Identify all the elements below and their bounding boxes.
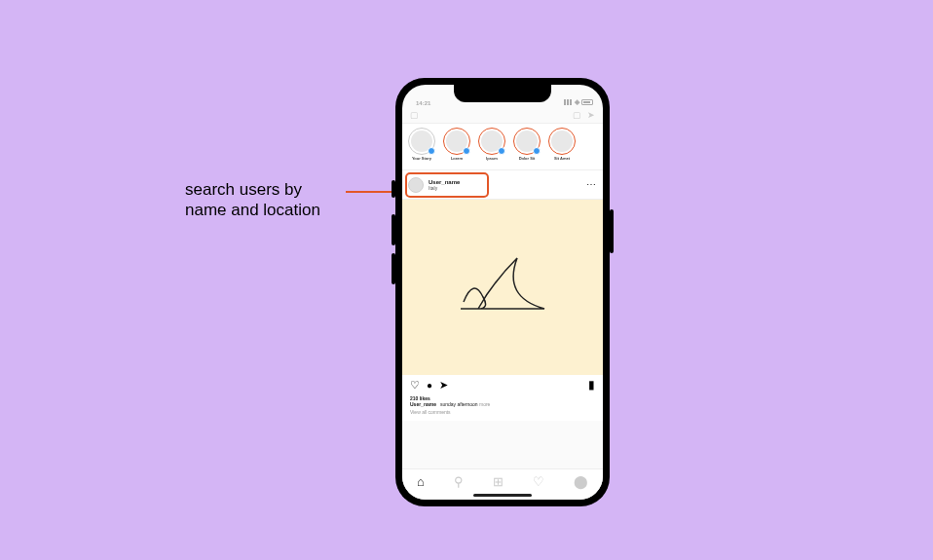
like-icon[interactable]: ♡ xyxy=(410,379,420,392)
annotation-text: search users by name and location xyxy=(185,179,320,221)
annotation-line-2: name and location xyxy=(185,200,320,220)
wifi-icon: ◈ xyxy=(575,98,579,106)
story-item[interactable]: Lorem xyxy=(443,128,470,168)
profile-tab-icon[interactable]: ⬤ xyxy=(574,474,588,489)
phone-screen: 14:21 ◈ ▢ ▢ ➤ Your StoryLoremIpsumDolor … xyxy=(402,85,603,500)
story-add-badge-icon xyxy=(463,147,470,155)
story-item[interactable]: Dolor Sit xyxy=(513,128,541,168)
annotation-line-1: search users by xyxy=(185,179,320,200)
comment-icon[interactable]: ● xyxy=(427,380,432,391)
story-label: Sit Amet xyxy=(554,156,570,161)
phone-notch xyxy=(454,85,551,102)
phone-side-button xyxy=(392,180,395,198)
phone-side-button xyxy=(392,214,395,245)
status-indicators: ◈ xyxy=(564,98,593,106)
add-tab-icon[interactable]: ⊞ xyxy=(493,474,504,489)
tv-icon[interactable]: ▢ xyxy=(573,110,581,120)
search-tab-icon[interactable]: ⚲ xyxy=(454,474,464,489)
post-header[interactable]: User_name Italy ⋯ xyxy=(402,170,603,200)
caption-more[interactable]: more xyxy=(479,401,490,407)
caption-text: sunday afternoon xyxy=(440,401,478,407)
story-item[interactable]: Sit Amet xyxy=(548,128,576,168)
activity-tab-icon[interactable]: ♡ xyxy=(533,474,544,489)
post-image-scribble xyxy=(449,248,556,326)
story-label: Dolor Sit xyxy=(519,156,536,161)
story-ring xyxy=(408,128,435,155)
story-ring xyxy=(478,128,505,155)
send-icon[interactable]: ➤ xyxy=(587,110,595,120)
post-author-location: Italy xyxy=(429,185,460,191)
story-add-badge-icon xyxy=(428,147,435,155)
phone-side-button xyxy=(610,209,614,253)
post-action-bar: ♡ ● ➤ ▮ xyxy=(402,375,603,394)
story-avatar xyxy=(551,131,573,152)
story-ring xyxy=(548,128,576,155)
story-add-badge-icon xyxy=(498,147,505,155)
story-item[interactable]: Ipsum xyxy=(478,128,505,168)
story-ring xyxy=(443,128,470,155)
status-time: 14:21 xyxy=(416,100,430,106)
story-item[interactable]: Your Story xyxy=(408,128,435,168)
app-header: ▢ ▢ ➤ xyxy=(402,106,603,124)
post-image[interactable] xyxy=(402,200,603,375)
post-author-avatar[interactable] xyxy=(408,177,424,193)
home-tab-icon[interactable]: ⌂ xyxy=(417,474,425,489)
share-icon[interactable]: ➤ xyxy=(439,379,448,392)
view-all-comments[interactable]: View all comments xyxy=(410,409,595,415)
home-indicator xyxy=(473,494,532,497)
camera-icon[interactable]: ▢ xyxy=(410,110,419,120)
post-caption: User_namesunday afternoon more xyxy=(410,401,595,407)
post-more-icon[interactable]: ⋯ xyxy=(586,179,597,190)
post-author-info[interactable]: User_name Italy xyxy=(429,179,460,191)
story-add-badge-icon xyxy=(533,147,541,155)
story-ring xyxy=(513,128,541,155)
phone-side-button xyxy=(392,253,395,284)
post-meta: 210 likes User_namesunday afternoon more… xyxy=(402,394,603,421)
story-label: Ipsum xyxy=(486,156,498,161)
bookmark-icon[interactable]: ▮ xyxy=(588,378,595,392)
phone-frame: 14:21 ◈ ▢ ▢ ➤ Your StoryLoremIpsumDolor … xyxy=(395,78,610,506)
signal-icon xyxy=(564,99,573,105)
caption-username[interactable]: User_name xyxy=(410,401,436,407)
stories-row[interactable]: Your StoryLoremIpsumDolor SitSit Amet xyxy=(402,124,603,170)
battery-icon xyxy=(581,99,593,105)
story-label: Your Story xyxy=(412,156,431,161)
story-label: Lorem xyxy=(451,156,463,161)
tab-bar: ⌂ ⚲ ⊞ ♡ ⬤ xyxy=(402,468,603,500)
